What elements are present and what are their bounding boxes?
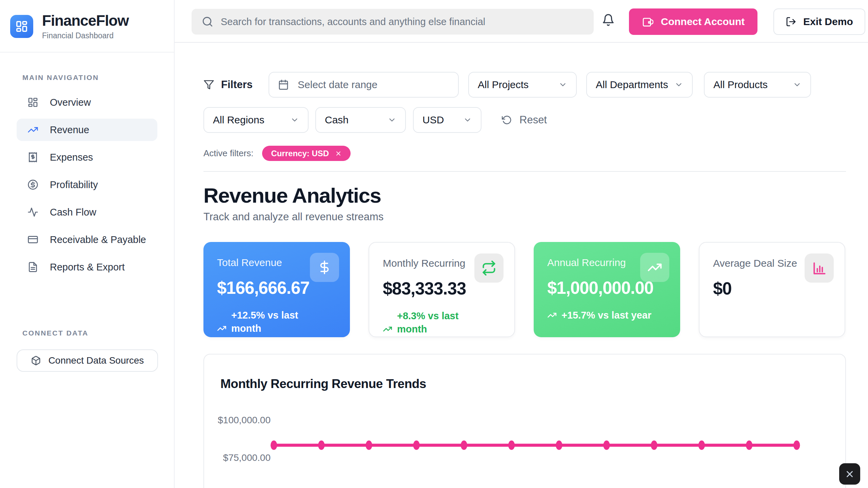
sidebar-item-label: Profitability xyxy=(50,179,98,190)
stat-card-average-deal-size: Average Deal Size $0 xyxy=(699,242,845,337)
data-point xyxy=(556,441,562,450)
active-filters-label: Active filters: xyxy=(203,148,253,159)
search-icon xyxy=(202,16,213,27)
search-box[interactable] xyxy=(192,9,594,35)
dashboard-icon xyxy=(27,97,38,108)
data-point xyxy=(793,441,800,450)
circle-dollar-icon xyxy=(27,179,38,190)
stat-cards-row: Total Revenue $166,666.67 +12.5% vs last… xyxy=(203,242,846,337)
departments-dropdown[interactable]: All Departments xyxy=(586,72,693,98)
notifications-button[interactable] xyxy=(602,14,615,26)
chevron-down-icon xyxy=(793,80,802,89)
regions-dropdown[interactable]: All Regions xyxy=(203,107,309,133)
stat-change: +12.5% vs last month xyxy=(217,309,336,335)
receipt-icon xyxy=(27,152,38,163)
regions-dropdown-value: All Regions xyxy=(213,114,264,126)
stat-card-total-revenue: Total Revenue $166,666.67 +12.5% vs last… xyxy=(203,242,350,337)
trending-up-icon xyxy=(547,310,557,320)
app-title: FinanceFlow xyxy=(42,12,129,29)
sidebar-item-profitability[interactable]: Profitability xyxy=(17,174,157,196)
trending-up-icon xyxy=(217,324,226,333)
chevron-down-icon xyxy=(290,116,299,124)
sidebar-item-overview[interactable]: Overview xyxy=(17,91,157,114)
data-point xyxy=(413,441,419,450)
wallet-icon xyxy=(642,16,653,27)
chevron-down-icon xyxy=(463,116,472,124)
main-navigation: Overview Revenue Expenses Profitability … xyxy=(0,91,174,278)
sidebar-divider xyxy=(0,52,174,53)
calendar-icon xyxy=(278,79,289,90)
repeat-icon xyxy=(474,253,504,283)
sidebar-item-reports-export[interactable]: Reports & Export xyxy=(17,256,157,278)
close-icon xyxy=(845,469,855,479)
mrr-line-chart[interactable] xyxy=(204,354,845,488)
sidebar-item-revenue[interactable]: Revenue xyxy=(17,119,157,141)
filters-row-1: Filters Select date range All Projects A… xyxy=(203,72,846,98)
connect-account-label: Connect Account xyxy=(661,16,745,27)
bell-icon xyxy=(602,14,615,26)
date-range-placeholder: Select date range xyxy=(298,79,377,90)
page-title: Revenue Analytics xyxy=(203,183,846,207)
date-range-picker[interactable]: Select date range xyxy=(269,72,459,98)
mrr-trends-chart-card: Monthly Recurring Revenue Trends $100,00… xyxy=(203,354,846,488)
trending-up-icon xyxy=(27,124,38,135)
chevron-down-icon xyxy=(558,80,567,89)
data-point xyxy=(461,441,467,450)
exit-demo-button[interactable]: Exit Demo xyxy=(773,8,865,35)
connect-data-sources-label: Connect Data Sources xyxy=(48,355,144,366)
connect-data-sources-button[interactable]: Connect Data Sources xyxy=(17,349,158,372)
products-dropdown-value: All Products xyxy=(713,79,768,90)
reset-filters-button[interactable]: Reset xyxy=(502,114,547,126)
active-filter-chip[interactable]: Currency: USD xyxy=(262,146,351,161)
products-dropdown[interactable]: All Products xyxy=(704,72,811,98)
reset-label: Reset xyxy=(519,114,547,126)
filters-label-text: Filters xyxy=(221,79,253,91)
activity-icon xyxy=(27,207,38,218)
stat-change-text: +8.3% vs last month xyxy=(397,309,473,336)
sidebar-item-expenses[interactable]: Expenses xyxy=(17,146,157,168)
sidebar-item-label: Reports & Export xyxy=(50,262,125,273)
projects-dropdown-value: All Projects xyxy=(478,79,529,90)
sidebar-item-label: Receivable & Payable xyxy=(50,234,146,245)
data-point xyxy=(271,441,277,450)
stat-card-annual-recurring: Annual Recurring $1,000,000.00 +15.7% vs… xyxy=(534,242,680,337)
credit-card-icon xyxy=(27,234,38,245)
trending-up-icon xyxy=(383,324,392,334)
cube-icon xyxy=(31,355,41,366)
main-content: Filters Select date range All Projects A… xyxy=(175,43,868,488)
projects-dropdown[interactable]: All Projects xyxy=(468,72,577,98)
accounting-basis-dropdown[interactable]: Cash xyxy=(315,107,406,133)
stat-change-text: +15.7% vs last year xyxy=(561,309,651,322)
close-icon[interactable] xyxy=(335,150,342,157)
nav-section-heading: MAIN NAVIGATION xyxy=(22,74,174,82)
currency-dropdown-value: USD xyxy=(422,114,444,126)
trending-up-icon xyxy=(640,253,669,282)
file-text-icon xyxy=(27,262,38,272)
connect-data-heading: CONNECT DATA xyxy=(22,329,174,337)
close-overlay-button[interactable] xyxy=(839,463,860,485)
connect-account-button[interactable]: Connect Account xyxy=(629,8,757,35)
data-point xyxy=(318,441,324,450)
stat-change: +8.3% vs last month xyxy=(383,309,501,336)
search-input[interactable] xyxy=(221,16,584,27)
logout-icon xyxy=(786,16,796,27)
chevron-down-icon xyxy=(674,80,683,89)
currency-dropdown[interactable]: USD xyxy=(413,107,481,133)
sidebar-item-label: Cash Flow xyxy=(50,207,96,218)
dollar-icon xyxy=(310,253,339,282)
data-point xyxy=(603,441,610,450)
data-point xyxy=(366,441,372,450)
sidebar-item-label: Expenses xyxy=(50,152,93,163)
bar-chart-icon xyxy=(805,253,834,283)
sidebar-item-receivable-payable[interactable]: Receivable & Payable xyxy=(17,228,157,251)
app-logo-icon xyxy=(10,15,33,38)
rotate-ccw-icon xyxy=(502,115,512,125)
section-divider xyxy=(203,171,846,172)
filters-label: Filters xyxy=(203,79,253,91)
filters-row-2: All Regions Cash USD Reset xyxy=(203,107,846,133)
sidebar-item-cash-flow[interactable]: Cash Flow xyxy=(17,201,157,223)
accounting-basis-value: Cash xyxy=(325,114,349,126)
brand: FinanceFlow Financial Dashboard xyxy=(0,0,174,52)
data-point xyxy=(508,441,515,450)
stat-card-monthly-recurring: Monthly Recurring $83,333.33 +8.3% vs la… xyxy=(369,242,515,337)
